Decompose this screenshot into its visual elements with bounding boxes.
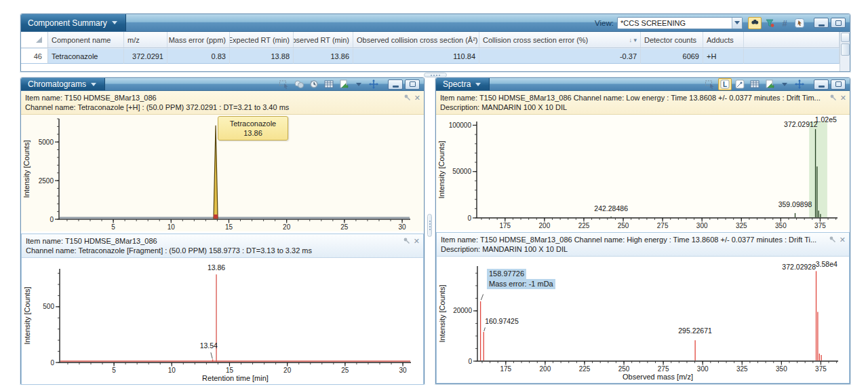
item-name: Item name: T150 HDMSE_8Mar13_086 <box>25 93 409 103</box>
maximize-button[interactable] <box>405 79 420 90</box>
column-header-mz[interactable]: m/z <box>124 32 167 48</box>
xic-fragment-plot[interactable]: 51015202530050013.8613.54Intensity [Coun… <box>22 258 420 384</box>
pin-icon[interactable] <box>829 236 836 243</box>
maximize-button[interactable] <box>831 79 846 90</box>
spectra-menu[interactable]: Spectra <box>436 78 490 90</box>
vertical-splitter[interactable] <box>427 214 432 237</box>
selected-peak-mass: 158.97726 <box>487 269 526 279</box>
pin-icon[interactable] <box>403 94 411 101</box>
table-view-icon[interactable] <box>322 78 336 90</box>
svg-text:375: 375 <box>814 222 826 229</box>
svg-text:#: # <box>782 18 787 28</box>
chevron-down-icon <box>112 21 117 24</box>
close-icon[interactable]: ✕ <box>840 94 846 101</box>
svg-text:10: 10 <box>168 367 176 374</box>
svg-text:275: 275 <box>658 365 669 373</box>
export-icon[interactable] <box>337 78 351 90</box>
cell-mz: 372.0291 <box>124 48 167 64</box>
cell-adducts: +H <box>703 48 744 64</box>
svg-text:359.09898: 359.09898 <box>778 200 812 208</box>
export-dropdown-icon[interactable] <box>352 78 366 90</box>
zoom-region-icon[interactable] <box>703 78 717 90</box>
svg-text:295.22671: 295.22671 <box>678 327 712 335</box>
application-window: Component Summary View: *CCS SCREENING # <box>20 14 850 384</box>
svg-text:325: 325 <box>736 222 747 229</box>
corner-triangle-icon <box>36 37 42 43</box>
svg-text:25: 25 <box>341 367 349 374</box>
svg-text:3.58e4: 3.58e4 <box>816 260 837 268</box>
spectra-panel: Spectra L <box>435 77 850 384</box>
view-select-dropdown-button[interactable] <box>732 18 742 29</box>
history-icon[interactable] <box>307 78 321 90</box>
export-dropdown-icon[interactable] <box>778 78 791 90</box>
scrollbar-thumb[interactable] <box>841 43 850 56</box>
table-row[interactable]: 46 Tetraconazole 372.0291 0.83 13.88 13.… <box>21 48 840 64</box>
find-component-icon[interactable] <box>748 17 762 29</box>
table-view-icon[interactable] <box>748 78 762 90</box>
select-rows-icon[interactable] <box>793 17 806 29</box>
component-summary-panel: Component Summary View: *CCS SCREENING # <box>20 14 850 72</box>
item-name: Item name: T150 HDMSE_8Mar13_086 <box>26 236 408 246</box>
table-header-row: Component name m/z Mass error (ppm) Expe… <box>21 32 840 48</box>
zoom-region-icon[interactable] <box>277 78 291 90</box>
scroll-up-button[interactable] <box>841 33 850 42</box>
number-filter-icon[interactable]: # <box>778 17 791 29</box>
svg-text:Intensity [Counts]: Intensity [Counts] <box>438 285 446 343</box>
close-icon[interactable]: ✕ <box>414 238 420 244</box>
svg-text:372.02928: 372.02928 <box>782 263 816 271</box>
description: Description: MANDARIN 100 X 10 DIL <box>441 244 834 254</box>
pan-icon[interactable] <box>793 78 806 90</box>
pin-icon[interactable] <box>829 94 837 101</box>
channel-name: Channel name: Tetraconazole [+H] : (50.0… <box>25 103 409 112</box>
spectrum-low-plot[interactable]: 1752002252502753003253503750500001000002… <box>436 115 846 230</box>
column-header-observed-rt[interactable]: Observed RT (min) <box>294 32 353 48</box>
column-header-mass-error[interactable]: Mass error (ppm) <box>167 32 230 48</box>
svg-text:100000: 100000 <box>449 122 472 129</box>
xic-fragment-panel: Item name: T150 HDMSE_8Mar13_086 Channel… <box>21 234 424 385</box>
filter-icon[interactable] <box>763 17 776 29</box>
svg-text:20: 20 <box>283 223 291 231</box>
selected-peak-annotation: 158.97726 Mass error: -1 mDa <box>487 269 555 289</box>
column-header-component-name[interactable]: Component name <box>48 32 124 48</box>
column-header-detector-counts[interactable]: Detector counts <box>641 32 703 48</box>
column-header-adducts[interactable]: Adducts <box>703 32 744 48</box>
minimize-button[interactable] <box>814 79 829 90</box>
sort-descending-icon[interactable]: ↓ ▾ <box>629 37 637 43</box>
close-icon[interactable]: ✕ <box>414 94 420 101</box>
column-header-ccs-error[interactable]: Collision cross section error (%) ↓ ▾ <box>479 32 641 48</box>
component-summary-table: Component name m/z Mass error (ppm) Expe… <box>21 32 850 71</box>
view-select[interactable]: *CCS SCREENING <box>617 17 743 29</box>
peak-tooltip-rt: 13.86 <box>224 128 282 138</box>
svg-text:242.28486: 242.28486 <box>594 204 628 212</box>
chromatograms-menu[interactable]: Chromatograms <box>21 78 105 90</box>
column-header-expected-rt[interactable]: Expected RT (min) <box>230 32 294 48</box>
component-summary-menu[interactable]: Component Summary <box>21 14 126 31</box>
label-peaks-icon[interactable]: L <box>718 78 732 90</box>
xic-precursor-plot-area: 51015202530025005000Intensity [Counts] T… <box>21 115 424 231</box>
svg-text:200: 200 <box>539 222 551 229</box>
peak-tooltip: Tetraconazole 13.86 <box>218 116 288 141</box>
svg-text:25: 25 <box>340 223 349 231</box>
export-icon[interactable] <box>763 78 776 90</box>
table-scrollbar[interactable] <box>840 32 850 71</box>
column-header-ccs[interactable]: Observed collision cross section (Å²) <box>353 32 479 48</box>
svg-text:300: 300 <box>696 222 708 229</box>
xic-fragment-header: Item name: T150 HDMSE_8Mar13_086 Channel… <box>22 234 423 258</box>
select-all-corner[interactable] <box>21 32 48 48</box>
svg-text:375: 375 <box>815 365 827 373</box>
view-label: View: <box>595 19 614 27</box>
svg-text:175: 175 <box>499 222 511 229</box>
pin-icon[interactable] <box>403 237 410 244</box>
peak-display-icon[interactable] <box>733 78 747 90</box>
overlay-plots-icon[interactable] <box>292 78 306 90</box>
svg-text:L: L <box>723 81 727 88</box>
svg-text:372.02912: 372.02912 <box>784 120 818 128</box>
close-icon[interactable]: ✕ <box>840 236 846 243</box>
minimize-button[interactable] <box>814 18 829 28</box>
minimize-button[interactable] <box>388 79 403 90</box>
cell-ccs-error: -0.37 <box>479 48 641 64</box>
svg-text:1.02e5: 1.02e5 <box>815 115 837 124</box>
maximize-button[interactable] <box>831 18 846 28</box>
pan-icon[interactable] <box>367 78 380 90</box>
horizontal-splitter[interactable] <box>424 73 447 77</box>
